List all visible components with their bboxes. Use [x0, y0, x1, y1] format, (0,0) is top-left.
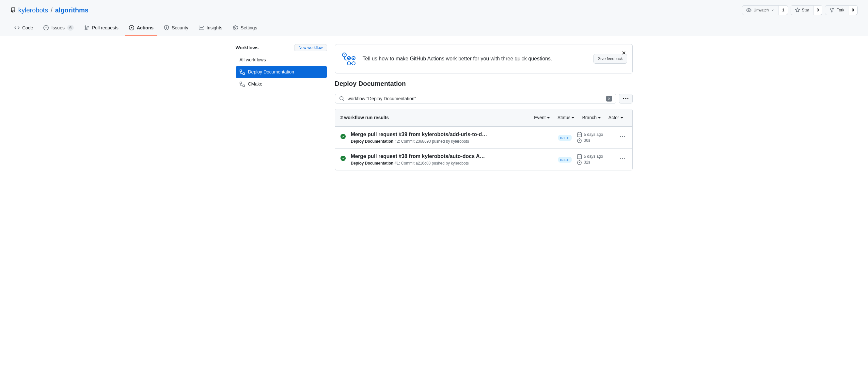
sidebar-heading: Workflows	[236, 44, 259, 51]
tab-code[interactable]: Code	[10, 20, 37, 36]
workflow-menu-button[interactable]	[619, 94, 633, 103]
unwatch-button[interactable]: Unwatch	[742, 5, 779, 15]
tab-insights[interactable]: Insights	[195, 20, 226, 36]
play-icon	[129, 25, 134, 30]
forks-count[interactable]: 0	[848, 5, 858, 15]
tab-issues[interactable]: Issues 6	[39, 20, 78, 36]
clear-search-button[interactable]	[606, 96, 612, 101]
workflow-run-row: Merge pull request #39 from kylerobots/a…	[335, 127, 632, 148]
run-subtitle: Deploy Documentation #1: Commit a216c88 …	[351, 160, 553, 166]
star-label: Star	[802, 7, 809, 13]
x-icon	[607, 97, 611, 100]
workflow-icon	[240, 82, 245, 87]
shield-icon	[164, 25, 169, 30]
actions-logo-icon	[340, 51, 356, 67]
run-duration: 30s	[577, 137, 613, 143]
kebab-icon	[620, 156, 625, 161]
filter-actor[interactable]: Actor	[604, 114, 627, 121]
graph-icon	[199, 25, 204, 30]
sidebar-item-cmake[interactable]: CMake	[236, 78, 327, 90]
fork-label: Fork	[836, 7, 844, 13]
repo-nav: Code Issues 6 Pull requests Actions Secu…	[10, 20, 858, 36]
filter-event[interactable]: Event	[530, 114, 554, 121]
repo-title: kylerobots / algorithms	[10, 5, 742, 15]
tab-security[interactable]: Security	[160, 20, 192, 36]
pr-icon	[84, 25, 89, 30]
eye-icon	[746, 7, 751, 13]
code-icon	[14, 25, 20, 30]
calendar-icon	[577, 154, 582, 159]
search-box[interactable]	[335, 94, 616, 103]
success-icon	[340, 134, 346, 141]
tab-pull-requests[interactable]: Pull requests	[80, 20, 122, 36]
tab-actions[interactable]: Actions	[125, 20, 157, 36]
path-separator: /	[51, 5, 53, 15]
runs-box: 2 workflow run results Event Status Bran…	[335, 109, 633, 170]
repo-icon	[10, 7, 16, 13]
svg-point-4	[352, 62, 355, 65]
sidebar-item-deploy-documentation[interactable]: Deploy Documentation	[236, 66, 327, 78]
run-menu-button[interactable]	[618, 154, 627, 165]
branch-label[interactable]: main	[558, 157, 571, 163]
close-icon	[621, 50, 626, 56]
star-icon	[795, 7, 800, 13]
run-title-link[interactable]: Merge pull request #38 from kylerobots/a…	[351, 153, 488, 160]
results-count: 2 workflow run results	[340, 114, 530, 121]
run-menu-button[interactable]	[618, 132, 627, 143]
branch-label[interactable]: main	[558, 135, 571, 141]
filter-status[interactable]: Status	[554, 114, 579, 121]
kebab-icon	[620, 134, 625, 139]
gear-icon	[233, 25, 238, 30]
chevron-down-icon	[771, 8, 775, 12]
feedback-banner: Tell us how to make GitHub Actions work …	[335, 44, 633, 73]
repo-name-link[interactable]: algorithms	[55, 6, 89, 14]
search-icon	[339, 96, 344, 101]
tab-settings[interactable]: Settings	[229, 20, 261, 36]
run-duration: 32s	[577, 159, 613, 165]
success-icon	[340, 156, 346, 163]
repo-owner-link[interactable]: kylerobots	[18, 5, 48, 15]
svg-point-3	[347, 62, 350, 65]
workflow-icon	[240, 69, 245, 75]
run-title-link[interactable]: Merge pull request #39 from kylerobots/a…	[351, 131, 488, 138]
watchers-count[interactable]: 1	[779, 5, 788, 15]
stopwatch-icon	[577, 160, 582, 165]
stars-count[interactable]: 0	[813, 5, 823, 15]
fork-icon	[829, 7, 834, 13]
banner-close-button[interactable]	[619, 48, 628, 59]
fork-button[interactable]: Fork	[825, 5, 848, 15]
banner-message: Tell us how to make GitHub Actions work …	[363, 55, 587, 63]
run-time: 5 days ago	[577, 132, 613, 137]
workflow-run-row: Merge pull request #38 from kylerobots/a…	[335, 148, 632, 170]
calendar-icon	[577, 132, 582, 137]
star-button[interactable]: Star	[790, 5, 813, 15]
unwatch-label: Unwatch	[753, 7, 769, 13]
page-title: Deploy Documentation	[335, 79, 633, 89]
issue-icon	[43, 25, 49, 30]
issues-count: 6	[67, 25, 74, 31]
kebab-icon	[623, 96, 628, 101]
search-input[interactable]	[347, 96, 603, 101]
stopwatch-icon	[577, 138, 582, 143]
sidebar-item-all-workflows[interactable]: All workflows	[236, 54, 327, 66]
new-workflow-button[interactable]: New workflow	[294, 44, 327, 51]
run-time: 5 days ago	[577, 154, 613, 159]
filter-branch[interactable]: Branch	[578, 114, 604, 121]
run-subtitle: Deploy Documentation #2: Commit 2368690 …	[351, 138, 553, 144]
